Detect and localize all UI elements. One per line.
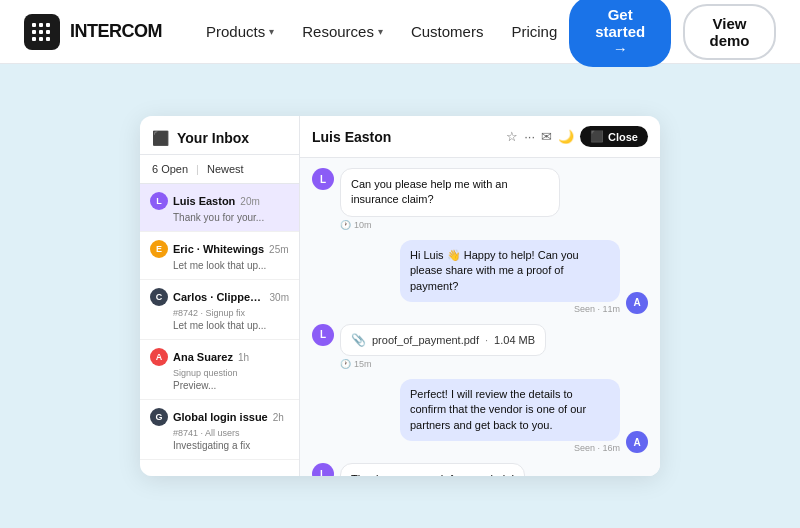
conv-name: Carlos · Clippers Co (173, 291, 265, 303)
svg-rect-6 (39, 37, 43, 41)
nav-item-pricing[interactable]: Pricing (499, 15, 569, 48)
sidebar: ⬛ Your Inbox 6 Open | Newest L Luis East… (140, 116, 300, 476)
nav-links: Products ▾ Resources ▾ Customers Pricing (194, 15, 569, 48)
message-text: Hi Luis 👋 Happy to help! Can you please … (410, 249, 579, 292)
conv-time: 25m (269, 244, 288, 255)
agent-avatar: A (626, 292, 648, 314)
clock-icon: 🕐 (340, 359, 351, 369)
moon-icon[interactable]: 🌙 (558, 129, 574, 144)
file-name: proof_of_payment.pdf (372, 334, 479, 346)
attachment-icon: 📎 (351, 333, 366, 347)
message-text: Thank you so much for your help! (351, 473, 514, 476)
close-label: Close (608, 131, 638, 143)
chat-contact-name: Luis Easton (312, 129, 391, 145)
logo-icon (24, 14, 60, 50)
logo-area: INTERCOM (24, 14, 162, 50)
conversation-item[interactable]: C Carlos · Clippers Co 30m #8742 · Signu… (140, 280, 299, 340)
nav-products-label: Products (206, 23, 265, 40)
conv-time: 2h (273, 412, 284, 423)
conversation-item[interactable]: E Eric · Whitewings 25m Let me look that… (140, 232, 299, 280)
close-icon: ⬛ (590, 130, 604, 143)
chat-actions: ☆ ··· ✉ 🌙 ⬛ Close (506, 126, 648, 147)
svg-rect-8 (46, 30, 50, 34)
conv-name: Luis Easton (173, 195, 235, 207)
sidebar-header: ⬛ Your Inbox (140, 116, 299, 155)
conv-preview: Let me look that up... (150, 260, 289, 271)
avatar: G (150, 408, 168, 426)
sidebar-filter: 6 Open | Newest (140, 155, 299, 184)
svg-rect-4 (39, 23, 43, 27)
more-icon[interactable]: ··· (524, 129, 535, 144)
conversation-item[interactable]: L Luis Easton 20m Thank you for your... (140, 184, 299, 232)
open-filter[interactable]: 6 Open (152, 163, 188, 175)
email-icon[interactable]: ✉ (541, 129, 552, 144)
avatar: E (150, 240, 168, 258)
nav-actions: Get started → View demo (569, 0, 776, 67)
conv-time: 1h (238, 352, 249, 363)
file-size: · (485, 334, 488, 346)
conversation-list: L Luis Easton 20m Thank you for your... … (140, 184, 299, 476)
conv-tag: #8741 · All users (150, 428, 289, 438)
conversation-item[interactable]: G Global login issue 2h #8741 · All user… (140, 400, 299, 460)
clock-icon: 🕐 (340, 220, 351, 230)
avatar: L (150, 192, 168, 210)
view-demo-button[interactable]: View demo (683, 4, 776, 60)
avatar: A (150, 348, 168, 366)
avatar: L (312, 168, 334, 190)
inbox-icon: ⬛ (152, 130, 169, 146)
chevron-down-icon: ▾ (378, 26, 383, 37)
conv-preview: Preview... (150, 380, 289, 391)
svg-rect-2 (32, 30, 36, 34)
close-button[interactable]: ⬛ Close (580, 126, 648, 147)
message-row: L Can you please help me with an insuran… (312, 168, 648, 230)
conv-name: Ana Suarez (173, 351, 233, 363)
file-size-value: 1.04 MB (494, 334, 535, 346)
nav-resources-label: Resources (302, 23, 374, 40)
message-seen: Seen · 11m (400, 304, 620, 314)
message-time: 10m (354, 220, 372, 230)
chevron-down-icon: ▾ (269, 26, 274, 37)
avatar: L (312, 463, 334, 476)
main-content: ⬛ Your Inbox 6 Open | Newest L Luis East… (0, 64, 800, 528)
logo-text: INTERCOM (70, 21, 162, 42)
svg-rect-5 (39, 30, 43, 34)
svg-rect-1 (32, 23, 36, 27)
agent-avatar: A (626, 431, 648, 453)
conv-preview: Thank you for your... (150, 212, 289, 223)
message-row: L Thank you so much for your help! 🕐 20m (312, 463, 648, 476)
conv-name: Eric · Whitewings (173, 243, 264, 255)
message-row: L 📎 proof_of_payment.pdf · 1.04 MB 🕐 15m (312, 324, 648, 369)
svg-rect-3 (32, 37, 36, 41)
get-started-button[interactable]: Get started → (569, 0, 671, 67)
nav-pricing-label: Pricing (511, 23, 557, 40)
message-row: Hi Luis 👋 Happy to help! Can you please … (312, 240, 648, 314)
nav-customers-label: Customers (411, 23, 484, 40)
conv-time: 20m (240, 196, 259, 207)
nav-item-resources[interactable]: Resources ▾ (290, 15, 395, 48)
avatar: C (150, 288, 168, 306)
sort-filter[interactable]: Newest (207, 163, 244, 175)
nav-item-products[interactable]: Products ▾ (194, 15, 286, 48)
message-time: 15m (354, 359, 372, 369)
conv-time: 30m (270, 292, 289, 303)
chat-header: Luis Easton ☆ ··· ✉ 🌙 ⬛ Close (300, 116, 660, 158)
message-seen: Seen · 16m (400, 443, 620, 453)
message-row: Perfect! I will review the details to co… (312, 379, 648, 453)
sidebar-title: Your Inbox (177, 130, 249, 146)
star-icon[interactable]: ☆ (506, 129, 518, 144)
message-bubble: Thank you so much for your help! (340, 463, 525, 476)
chat-messages: L Can you please help me with an insuran… (300, 158, 660, 476)
conv-preview: Let me look that up... (150, 320, 289, 331)
navbar: INTERCOM Products ▾ Resources ▾ Customer… (0, 0, 800, 64)
file-bubble: 📎 proof_of_payment.pdf · 1.04 MB (340, 324, 546, 356)
nav-item-customers[interactable]: Customers (399, 15, 496, 48)
app-window: ⬛ Your Inbox 6 Open | Newest L Luis East… (140, 116, 660, 476)
message-bubble: Hi Luis 👋 Happy to help! Can you please … (400, 240, 620, 302)
message-meta: 🕐 15m (340, 359, 546, 369)
conversation-item[interactable]: A Ana Suarez 1h Signup question Preview.… (140, 340, 299, 400)
message-bubble: Perfect! I will review the details to co… (400, 379, 620, 441)
conv-name: Global login issue (173, 411, 268, 423)
message-bubble: Can you please help me with an insurance… (340, 168, 560, 217)
message-text: Can you please help me with an insurance… (351, 178, 508, 205)
svg-rect-7 (46, 23, 50, 27)
